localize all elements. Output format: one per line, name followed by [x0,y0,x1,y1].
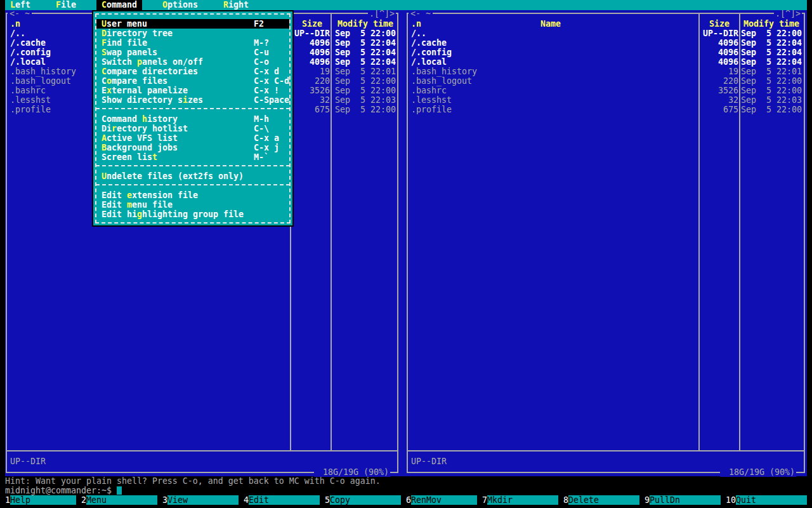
menu-bar: LeftFileCommandOptionsRight [5,0,807,10]
menu-item-directory-tree[interactable]: Directory tree [96,29,289,38]
fkey-delete[interactable]: 8Delete [563,495,639,505]
file-row[interactable]: .bash_history19Sep 5 22:01 [409,67,803,76]
menu-item-swap-panels[interactable]: Swap panelsC-u [96,48,289,57]
right-panel-up-button[interactable]: .[^]> [774,9,802,18]
label-post: mpare files [112,76,167,86]
menu-item-shortcut: C-x C-d [254,76,289,86]
label-post: ctive VFS list [107,133,178,143]
right-panel-mini-status: UP--DIR [411,457,447,466]
menu-item-edit-highlighting-group-file[interactable]: Edit highlighting group file [96,210,289,219]
menu-item-label: Command history [102,114,178,124]
fkey-view[interactable]: 3View [162,495,239,505]
fkey-number: 6 [406,495,411,505]
menu-item-active-vfs-list[interactable]: Active VFS listC-x a [96,133,289,143]
fkey-label: Quit [736,495,807,505]
menu-item-label: Switch panels on/off [102,57,203,67]
fkey-label: View [167,495,239,505]
label-post: irectory tree [107,29,173,38]
file-row[interactable]: /..UP--DIRSep 5 22:00 [409,29,803,38]
fkey-number: 2 [81,495,86,505]
fkey-quit[interactable]: 10Quit [726,495,807,505]
left-panel-column-header-mtime[interactable]: Modify time [337,19,393,29]
menu-item-label: User menu [102,19,147,29]
menubar-item-left[interactable]: Left [5,0,36,10]
fkey-mkdir[interactable]: 7Mkdir [482,495,558,505]
label-hot: S [102,48,107,57]
menu-item-label: Background jobs [102,143,178,152]
file-size: 3526 [292,86,330,95]
fkey-renmov[interactable]: 6RenMov [406,495,477,505]
menubar-item-options[interactable]: Options [157,0,203,10]
right-panel-free-space: 18G/19G (90%) [720,467,796,477]
menu-item-find-file[interactable]: Find fileM-? [96,38,289,48]
menu-item-background-jobs[interactable]: Background jobsC-x j [96,143,289,152]
file-name: .bashrc [411,86,447,95]
file-row[interactable]: /.cache4096Sep 5 22:04 [409,38,803,48]
menu-item-external-panelize[interactable]: External panelizeC-x ! [96,86,289,95]
fkey-number: 10 [726,495,736,505]
label-post: ser menu [107,19,147,29]
file-row[interactable]: .lesshst32Sep 5 22:03 [409,95,803,105]
label-hot: F [56,0,61,10]
menu-item-command-history[interactable]: Command historyM-h [96,114,289,124]
label-hot: L [10,0,15,10]
label-hot: F [102,38,107,48]
menubar-item-file[interactable]: File [51,0,81,10]
file-mtime: Sep 5 22:04 [335,57,396,67]
file-row[interactable]: .profile675Sep 5 22:00 [409,105,803,114]
left-panel-ministatus-divider [7,450,398,451]
label-hot: U [102,19,107,29]
fkey-menu[interactable]: 2Menu [81,495,157,505]
menu-item-label: Undelete files (ext2fs only) [102,171,244,181]
label-pre: Di [102,124,112,133]
left-panel-column-header-size[interactable]: Size [302,19,322,29]
menubar-item-right[interactable]: Right [218,0,254,10]
menu-item-screen-list[interactable]: Screen listM-` [96,152,289,162]
file-mtime: Sep 5 22:00 [741,29,802,38]
file-row[interactable]: .bash_logout220Sep 5 22:00 [409,76,803,86]
fkey-number: 4 [244,495,249,505]
file-row[interactable]: .bashrc3526Sep 5 22:00 [409,86,803,95]
menu-item-compare-files[interactable]: Compare filesC-x C-d [96,76,289,86]
menu-item-label: Show directory sizes [102,95,203,105]
label-pre: E [102,86,107,95]
left-panel-up-button[interactable]: .[^]> [368,9,396,18]
file-mtime: Sep 5 22:03 [741,95,802,105]
menu-item-user-menu[interactable]: User menuF2 [96,19,289,29]
file-size: 4096 [292,38,330,48]
right-panel-column-header-size[interactable]: Size [709,19,730,29]
file-mtime: Sep 5 22:04 [741,38,802,48]
menu-item-undelete-files-ext2fs-only[interactable]: Undelete files (ext2fs only) [96,171,289,181]
command-menu-separator [96,184,290,185]
file-size: 4096 [700,48,738,57]
menu-item-edit-menu-file[interactable]: Edit menu file [96,200,289,210]
file-row[interactable]: /.config4096Sep 5 22:04 [409,48,803,57]
menu-item-show-directory-sizes[interactable]: Show directory sizesC-Space [96,95,289,105]
menu-item-directory-hotlist[interactable]: Directory hotlistC-\ [96,124,289,133]
fkey-help[interactable]: 1Help [5,495,76,505]
file-name: .profile [411,105,452,114]
label-hot: o [107,76,112,86]
label-pre: Command [102,114,142,124]
menubar-item-command[interactable]: Command [96,0,142,10]
right-panel-column-header-name[interactable]: Name [540,19,561,29]
command-line[interactable]: midnight@commander:~$ [5,486,449,495]
menu-item-shortcut: C-u [254,48,269,57]
file-name: .lesshst [411,95,452,105]
file-name: .profile [10,105,51,114]
file-size: 4096 [292,57,330,67]
file-size: 675 [700,105,738,114]
terminal-cursor [117,486,122,495]
fkey-copy[interactable]: 5Copy [325,495,401,505]
left-panel-title[interactable]: <- ~ [8,9,32,18]
menu-item-edit-extension-file[interactable]: Edit extension file [96,190,289,200]
file-mtime: Sep 5 22:04 [335,38,396,48]
file-row[interactable]: /.local4096Sep 5 22:04 [409,57,803,67]
menu-item-compare-directories[interactable]: Compare directoriesC-x d [96,67,289,76]
right-panel-column-header-mtime[interactable]: Modify time [743,19,799,29]
menu-item-switch-panels-on-off[interactable]: Switch panels on/offC-o [96,57,289,67]
fkey-pulldn[interactable]: 9PullDn [645,495,721,505]
right-panel-title[interactable]: <- ~ [409,9,433,18]
fkey-edit[interactable]: 4Edit [244,495,320,505]
file-size: 4096 [700,57,738,67]
